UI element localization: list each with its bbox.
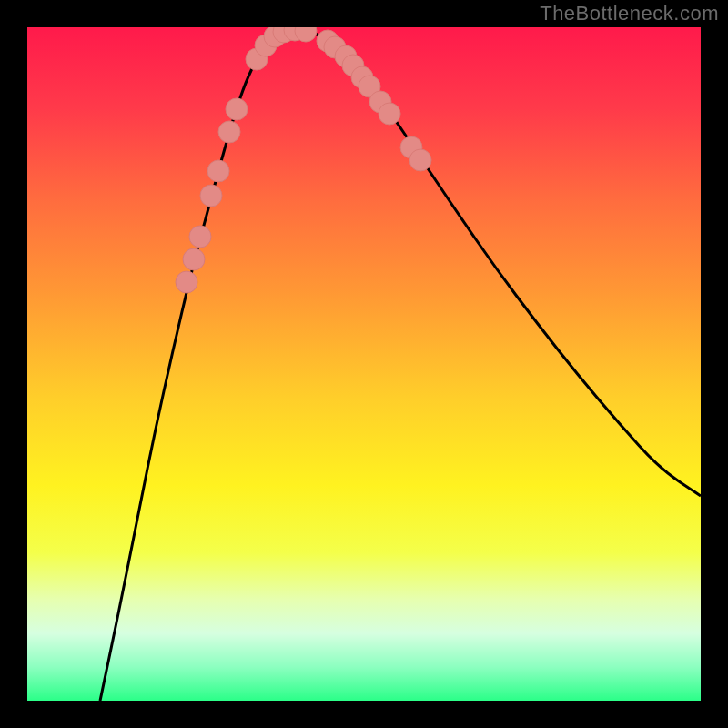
curve-marker — [183, 248, 205, 270]
bottleneck-curve — [100, 30, 701, 701]
curve-marker — [410, 149, 431, 171]
curve-layer — [27, 27, 701, 701]
attribution-text: TheBottleneck.com — [540, 2, 719, 25]
curve-markers — [176, 27, 431, 293]
curve-marker — [218, 121, 240, 143]
curve-marker — [176, 271, 197, 293]
chart-frame: TheBottleneck.com — [0, 0, 728, 728]
curve-marker — [207, 160, 229, 182]
curve-marker — [189, 226, 211, 248]
curve-marker — [226, 98, 248, 120]
curve-marker — [379, 103, 400, 125]
curve-marker — [200, 185, 222, 207]
plot-area — [27, 27, 701, 701]
